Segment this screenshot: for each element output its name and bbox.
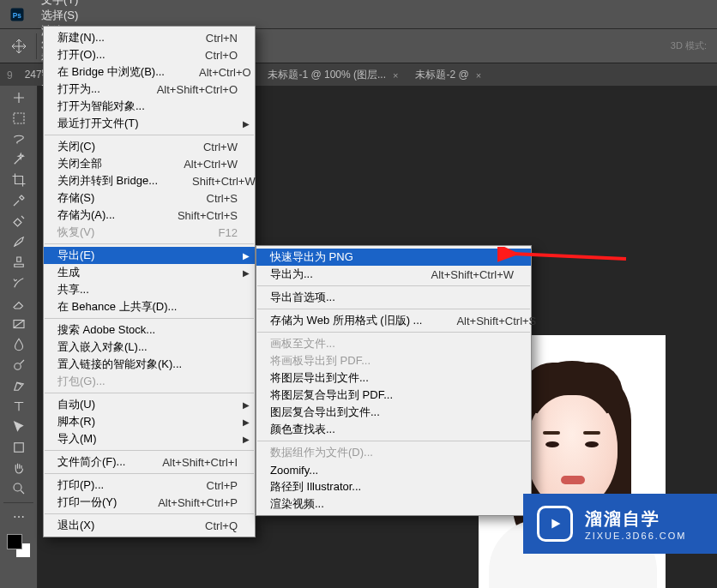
document-tab[interactable]: 未标题-2 @× <box>407 63 490 87</box>
menu-item[interactable]: 存储为(A)...Shift+Ctrl+S <box>44 207 255 224</box>
document-tab[interactable]: 未标题-1 @ 100% (图层...× <box>259 63 407 87</box>
watermark-title: 溜溜自学 <box>585 507 686 531</box>
watermark-badge: 溜溜自学 ZIXUE.3D66.COM <box>523 494 717 554</box>
watermark-sub: ZIXUE.3D66.COM <box>585 531 686 541</box>
submenu-arrow-icon: ▶ <box>243 417 250 427</box>
tools-panel: ⋯ <box>0 86 38 588</box>
svg-point-4 <box>14 363 21 370</box>
svg-text:Ps: Ps <box>13 11 22 19</box>
brush-tool-icon[interactable] <box>7 231 31 252</box>
more-tools-icon[interactable]: ⋯ <box>7 507 31 527</box>
crop-tool-icon[interactable] <box>7 170 31 190</box>
svg-point-6 <box>14 483 21 491</box>
submenu-arrow-icon: ▶ <box>243 251 250 261</box>
menu-item[interactable]: 导入(M)▶ <box>44 430 255 447</box>
menu-item[interactable]: 关闭(C)Ctrl+W <box>44 138 255 155</box>
menu-item[interactable]: 生成▶ <box>44 264 255 281</box>
wand-tool-icon[interactable] <box>7 149 31 170</box>
file-menu-dropdown: 新建(N)...Ctrl+N打开(O)...Ctrl+O在 Bridge 中浏览… <box>43 26 256 537</box>
close-tab-icon[interactable]: × <box>393 70 398 81</box>
marquee-tool-icon[interactable] <box>7 108 31 129</box>
submenu-arrow-icon: ▶ <box>243 119 250 129</box>
foreground-color-swatch[interactable] <box>7 534 22 549</box>
menu-item[interactable]: 搜索 Adobe Stock... <box>44 321 255 339</box>
menu-item[interactable]: 渲染视频... <box>256 495 531 513</box>
eraser-tool-icon[interactable] <box>7 293 31 314</box>
color-swatches[interactable] <box>7 534 31 558</box>
menu-item[interactable]: 文件简介(F)...Alt+Shift+Ctrl+I <box>44 453 255 471</box>
menu-item[interactable]: 置入链接的智能对象(K)... <box>44 356 255 373</box>
menu-选择[interactable]: 选择(S) <box>34 8 88 23</box>
svg-rect-5 <box>14 443 23 453</box>
history-brush-icon[interactable] <box>7 273 31 293</box>
menu-item: 画板至文件... <box>256 335 531 352</box>
menu-item[interactable]: 关闭并转到 Bridge...Shift+Ctrl+W <box>44 172 255 189</box>
submenu-arrow-icon: ▶ <box>243 268 250 278</box>
hand-tool-icon[interactable] <box>7 458 31 478</box>
menu-item[interactable]: 最近打开文件(T)▶ <box>44 115 255 132</box>
menu-文字[interactable]: 文字(Y) <box>34 0 88 8</box>
path-select-icon[interactable] <box>7 417 31 437</box>
close-tab-icon[interactable]: × <box>476 70 481 81</box>
menu-item[interactable]: 图层复合导出到文件... <box>256 404 531 421</box>
menu-item[interactable]: 共享... <box>44 281 255 298</box>
move-tool-icon <box>9 36 29 57</box>
zoom-tool-icon[interactable] <box>7 478 31 499</box>
menu-item[interactable]: 自动(U)▶ <box>44 396 255 413</box>
move-tool-icon[interactable] <box>7 87 31 108</box>
menu-item: 将画板导出到 PDF... <box>256 352 531 369</box>
export-submenu-dropdown: 快速导出为 PNG导出为...Alt+Shift+Ctrl+W导出首选项...存… <box>256 245 532 516</box>
menu-item: 恢复(V)F12 <box>44 224 255 241</box>
lasso-tool-icon[interactable] <box>7 129 31 149</box>
shape-tool-icon[interactable] <box>7 437 31 458</box>
eyedropper-tool-icon[interactable] <box>7 190 31 211</box>
menu-item[interactable]: 导出首选项... <box>256 289 531 306</box>
menu-item[interactable]: 置入嵌入对象(L)... <box>44 339 255 356</box>
menu-item[interactable]: 快速导出为 PNG <box>256 249 531 266</box>
menu-item[interactable]: 在 Bridge 中浏览(B)...Alt+Ctrl+O <box>44 63 255 81</box>
menu-item[interactable]: 颜色查找表... <box>256 421 531 438</box>
menu-item[interactable]: 打开为...Alt+Shift+Ctrl+O <box>44 81 255 98</box>
menu-item[interactable]: 脚本(R)▶ <box>44 413 255 430</box>
menu-item[interactable]: 导出为...Alt+Shift+Ctrl+W <box>256 266 531 283</box>
type-tool-icon[interactable] <box>7 396 31 417</box>
menu-item[interactable]: 打印一份(Y)Alt+Shift+Ctrl+P <box>44 494 255 511</box>
menu-item[interactable]: 存储(S)Ctrl+S <box>44 189 255 207</box>
menu-item[interactable]: 路径到 Illustrator... <box>256 478 531 495</box>
menu-item[interactable]: 退出(X)Ctrl+Q <box>44 517 255 534</box>
gradient-tool-icon[interactable] <box>7 314 31 334</box>
svg-rect-2 <box>14 113 24 123</box>
menu-item[interactable]: 将图层复合导出到 PDF... <box>256 387 531 404</box>
menu-item: 数据组作为文件(D)... <box>256 444 531 461</box>
stamp-tool-icon[interactable] <box>7 252 31 273</box>
submenu-arrow-icon: ▶ <box>243 435 250 444</box>
mode-label: 3D 模式: <box>671 39 707 52</box>
app-icon: Ps <box>0 0 34 28</box>
menu-item[interactable]: 将图层导出到文件... <box>256 369 531 387</box>
menu-item[interactable]: 关闭全部Alt+Ctrl+W <box>44 155 255 172</box>
menu-item[interactable]: 打开(O)...Ctrl+O <box>44 46 255 63</box>
submenu-arrow-icon: ▶ <box>243 400 250 410</box>
dodge-tool-icon[interactable] <box>7 355 31 375</box>
watermark-logo-icon <box>537 506 573 542</box>
menu-item: 打包(G)... <box>44 373 255 390</box>
heal-tool-icon[interactable] <box>7 211 31 231</box>
menu-item[interactable]: 新建(N)...Ctrl+N <box>44 29 255 46</box>
menu-item[interactable]: 打开为智能对象... <box>44 98 255 115</box>
menu-item[interactable]: Zoomify... <box>256 461 531 478</box>
pen-tool-icon[interactable] <box>7 375 31 396</box>
blur-tool-icon[interactable] <box>7 334 31 355</box>
menu-item[interactable]: 导出(E)▶ <box>44 247 255 264</box>
menu-item[interactable]: 打印(P)...Ctrl+P <box>44 477 255 494</box>
menu-item[interactable]: 存储为 Web 所用格式 (旧版) ...Alt+Shift+Ctrl+S <box>256 312 531 329</box>
menu-item[interactable]: 在 Behance 上共享(D)... <box>44 298 255 315</box>
menubar: Ps 文件(F)编辑(E)图像(I)图层(L)文字(Y)选择(S)滤镜(T)3D… <box>0 0 717 29</box>
